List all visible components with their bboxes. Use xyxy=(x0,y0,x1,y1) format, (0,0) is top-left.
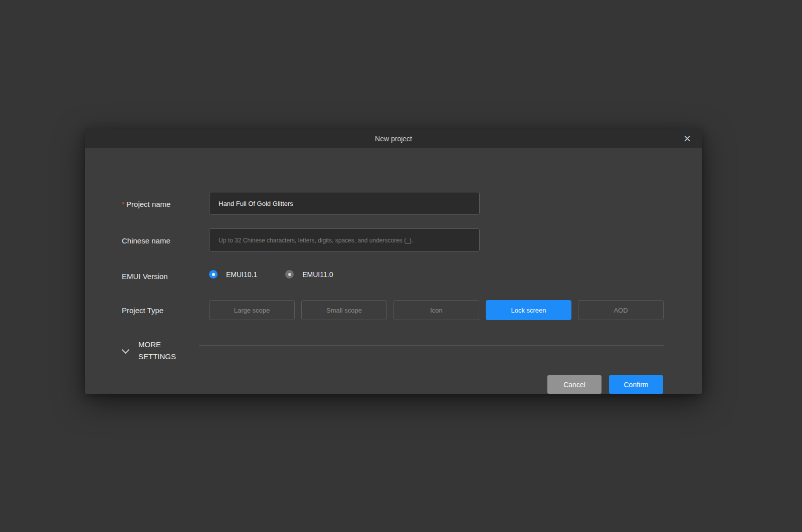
confirm-button[interactable]: Confirm xyxy=(609,375,663,394)
close-icon[interactable]: ✕ xyxy=(680,129,695,148)
project-name-label: *Project name xyxy=(122,200,202,208)
emui-version-label: EMUI Version xyxy=(122,272,202,281)
chevron-down-icon xyxy=(122,346,130,354)
page-background: New project ✕ *Project name Chinese name… xyxy=(0,0,802,532)
project-name-input[interactable] xyxy=(209,192,480,215)
radio-unselected-icon xyxy=(285,270,294,279)
new-project-dialog: New project ✕ *Project name Chinese name… xyxy=(85,129,702,394)
dialog-header: New project ✕ xyxy=(85,129,702,148)
type-button-aod[interactable]: AOD xyxy=(578,300,664,320)
radio-emui10-1-label: EMUI10.1 xyxy=(226,271,257,279)
project-type-label: Project Type xyxy=(122,306,202,315)
dialog-body: *Project name Chinese name EMUI Version … xyxy=(85,148,702,394)
section-divider xyxy=(199,345,664,346)
dialog-title: New project xyxy=(375,135,412,143)
cancel-button[interactable]: Cancel xyxy=(547,375,602,394)
more-settings-label: MORE SETTINGS xyxy=(138,339,183,363)
type-button-lock-screen[interactable]: Lock screen xyxy=(486,300,571,320)
radio-emui11-0-label: EMUI11.0 xyxy=(302,271,333,279)
dialog-actions: Cancel Confirm xyxy=(547,375,663,394)
type-button-large-scope[interactable]: Large scope xyxy=(209,300,295,320)
type-button-icon[interactable]: Icon xyxy=(393,300,479,320)
radio-emui10-1[interactable]: EMUI10.1 xyxy=(209,270,257,279)
more-settings-toggle[interactable]: MORE SETTINGS xyxy=(122,339,183,363)
type-button-small-scope[interactable]: Small scope xyxy=(301,300,387,320)
project-type-button-group: Large scope Small scope Icon Lock screen… xyxy=(209,300,664,320)
project-name-label-text: Project name xyxy=(126,200,170,208)
chinese-name-label: Chinese name xyxy=(122,236,202,245)
radio-emui11-0[interactable]: EMUI11.0 xyxy=(285,270,333,279)
emui-version-radio-group: EMUI10.1 EMUI11.0 xyxy=(209,270,333,279)
chinese-name-input[interactable] xyxy=(209,228,480,251)
radio-selected-icon xyxy=(209,270,218,279)
required-marker: * xyxy=(122,200,124,208)
